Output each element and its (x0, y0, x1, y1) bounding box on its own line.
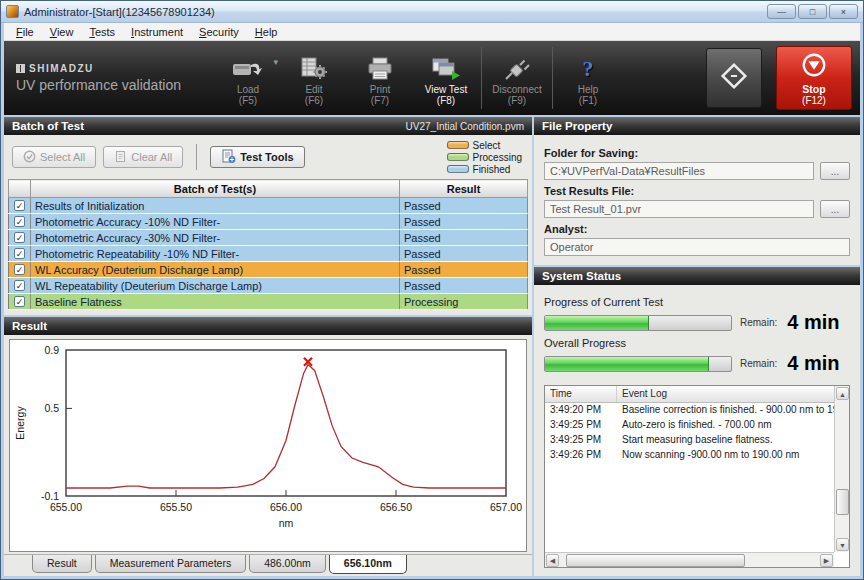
time-column-header[interactable]: Time (545, 386, 617, 402)
clear-all-button[interactable]: Clear All (103, 146, 183, 168)
edit-label: Edit (305, 84, 322, 95)
legend-swatch-finished (447, 165, 469, 173)
row-checkbox[interactable]: ✓ (14, 280, 25, 291)
result-cell: Passed (400, 198, 528, 214)
svg-text:656.00: 656.00 (270, 501, 302, 513)
batch-of-test-header: Batch of Test UV27_Intial Condition.pvm (4, 117, 532, 135)
horizontal-scroll-thumb[interactable] (566, 554, 745, 567)
log-row[interactable]: 3:49:20 PMBaseline correction is finishe… (545, 403, 834, 418)
table-row[interactable]: ✓Photometric Accuracy -10% ND Filter-Pas… (9, 214, 528, 230)
brand-subtitle: UV performance validation (16, 77, 215, 93)
browse-folder-button[interactable]: ... (820, 162, 850, 180)
browse-file-button[interactable]: ... (820, 200, 850, 218)
disconnect-label: Disconnect (492, 84, 541, 95)
menu-help[interactable]: Help (247, 25, 286, 39)
edit-button[interactable]: Edit(F6) (281, 41, 347, 115)
result-column-header: Result (400, 180, 528, 198)
table-row[interactable]: ✓WL Repeatability (Deuterium Discharge L… (9, 278, 528, 294)
scroll-right-arrow-icon[interactable]: ▶ (820, 554, 833, 567)
tab-486-00nm[interactable]: 486.00nm (249, 555, 326, 573)
current-progress-fill (545, 316, 649, 330)
test-tools-label: Test Tools (240, 151, 293, 163)
load-button[interactable]: ▾Load(F5) (215, 41, 281, 115)
log-row[interactable]: 3:49:26 PMNow scanning -900.00 nm to 190… (545, 448, 834, 463)
log-row[interactable]: 3:49:25 PMAuto-zero is finished. - 700.0… (545, 418, 834, 433)
row-checkbox[interactable]: ✓ (14, 248, 25, 259)
test-results-file-field[interactable]: Test Result_01.pvr (544, 200, 814, 218)
checkbox-cell: ✓ (9, 230, 31, 246)
analyst-field[interactable]: Operator (544, 238, 850, 256)
tab-656-10nm[interactable]: 656.10nm (329, 555, 407, 574)
start-diamond-icon (717, 59, 751, 97)
event-log-header-row: Time Event Log (545, 386, 834, 403)
legend-swatch-processing (447, 153, 469, 161)
vertical-scrollbar[interactable]: ▲ ▼ (834, 386, 849, 552)
tab-measurement-parameters[interactable]: Measurement Parameters (95, 555, 246, 573)
minimize-button[interactable]: — (767, 4, 796, 19)
menu-bar: FileViewTestsInstrumentSecurityHelp (4, 23, 860, 41)
row-checkbox[interactable]: ✓ (14, 264, 25, 275)
help-icon: ? (583, 54, 594, 82)
print-button[interactable]: Print(F7) (347, 41, 413, 115)
select-all-button[interactable]: Select All (12, 146, 96, 168)
system-status-panel: Progress of Current Test Remain: 4 min O… (534, 285, 860, 576)
clear-all-label: Clear All (131, 151, 172, 163)
edit-icon (299, 54, 329, 82)
test-tools-button[interactable]: Test Tools (210, 146, 304, 168)
event-column-header[interactable]: Event Log (617, 386, 834, 402)
menu-view[interactable]: View (42, 25, 82, 39)
left-column: Batch of Test UV27_Intial Condition.pvm … (4, 117, 532, 576)
current-remain-value: 4 min (787, 311, 839, 334)
table-row[interactable]: ✓Baseline FlatnessProcessing (9, 294, 528, 310)
tab-result[interactable]: Result (32, 555, 92, 573)
test-name-cell: WL Repeatability (Deuterium Discharge La… (31, 278, 400, 294)
table-row[interactable]: ✓WL Accuracy (Deuterium Discharge Lamp)P… (9, 262, 528, 278)
svg-text:657.00: 657.00 (490, 501, 522, 513)
scroll-up-arrow-icon[interactable]: ▲ (836, 387, 849, 400)
start-button[interactable] (706, 48, 762, 108)
row-checkbox[interactable]: ✓ (14, 232, 25, 243)
scroll-left-arrow-icon[interactable]: ◀ (546, 554, 559, 567)
table-row[interactable]: ✓Photometric Repeatability -10% ND Filte… (9, 246, 528, 262)
svg-text:Energy: Energy (14, 406, 26, 440)
help-button[interactable]: ?Help(F1) (555, 41, 621, 115)
view-test-key: (F8) (437, 95, 455, 106)
row-checkbox[interactable]: ✓ (14, 296, 25, 307)
svg-text:656.50: 656.50 (380, 501, 412, 513)
dropdown-arrow-icon[interactable]: ▾ (273, 57, 278, 67)
disconnect-button[interactable]: Disconnect(F9) (484, 41, 550, 115)
folder-for-saving-field[interactable]: C:¥UVPerfVal-Data¥ResultFiles (544, 162, 814, 180)
disconnect-icon (502, 54, 532, 82)
view-test-button[interactable]: View Test(F8) (413, 41, 479, 115)
menu-tests[interactable]: Tests (81, 25, 123, 39)
horizontal-scrollbar[interactable]: ◀ ▶ (545, 552, 834, 567)
scroll-down-arrow-icon[interactable]: ▼ (836, 538, 849, 551)
event-log-list: Time Event Log 3:49:20 PMBaseline correc… (545, 386, 834, 552)
result-cell: Passed (400, 262, 528, 278)
overall-progress-bar (544, 356, 732, 372)
test-name-cell: Photometric Repeatability -10% ND Filter… (31, 246, 400, 262)
maximize-button[interactable]: □ (798, 4, 827, 19)
menu-security[interactable]: Security (191, 25, 247, 39)
menu-instrument[interactable]: Instrument (123, 25, 191, 39)
checkbox-cell: ✓ (9, 198, 31, 214)
stop-button-label: Stop (802, 84, 825, 95)
table-row[interactable]: ✓Results of InitializationPassed (9, 198, 528, 214)
legend-label: Select (473, 140, 501, 151)
select-all-icon (23, 150, 36, 165)
main-toolbar: SHIMADZU UV performance validation ▾Load… (4, 41, 860, 115)
close-button[interactable]: × (829, 4, 858, 19)
stop-button[interactable]: Stop (F12) (776, 46, 852, 110)
vertical-scroll-thumb[interactable] (836, 489, 849, 515)
brand-block: SHIMADZU UV performance validation (10, 63, 215, 93)
row-checkbox[interactable]: ✓ (14, 200, 25, 211)
row-checkbox[interactable]: ✓ (14, 216, 25, 227)
legend-label: Processing (473, 152, 522, 163)
table-row[interactable]: ✓Photometric Accuracy -30% ND Filter-Pas… (9, 230, 528, 246)
menu-file[interactable]: File (8, 25, 42, 39)
log-row[interactable]: 3:49:25 PMStart measuring baseline flatn… (545, 433, 834, 448)
legend-item-processing: Processing (447, 152, 522, 163)
result-chart-svg: 0.90.5-0.1655.00655.50656.00656.50657.00… (10, 340, 526, 552)
result-cell: Passed (400, 278, 528, 294)
batch-toolbar: Select All Clear All Test Tools (4, 135, 532, 179)
